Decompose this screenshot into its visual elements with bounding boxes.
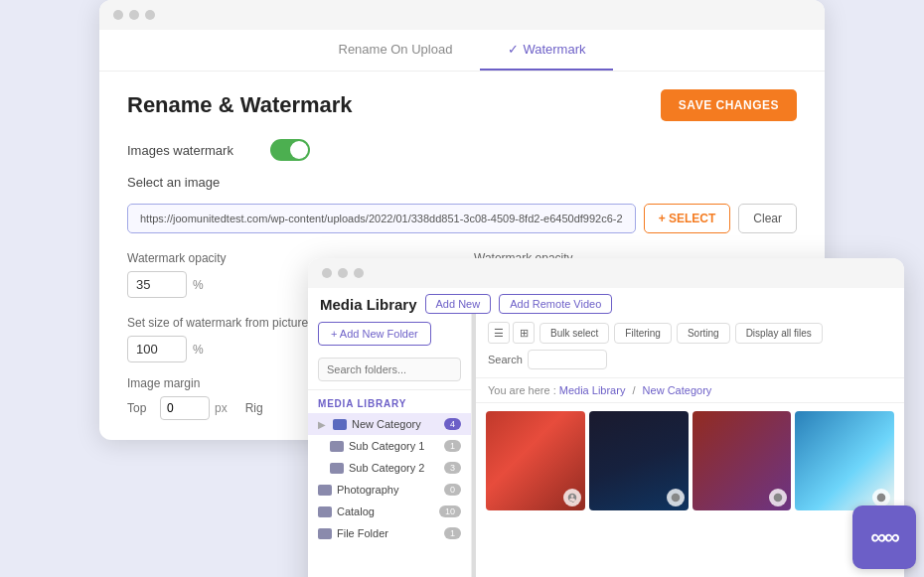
folder-count-new-category: 4 <box>444 418 461 430</box>
breadcrumb-current: New Category <box>643 384 712 396</box>
media-dot-2 <box>338 268 348 278</box>
media-toolbar-left: ☰ ⊞ Bulk select Filtering Sorting Displa… <box>488 322 823 344</box>
media-panel: Media Library Add New Add Remote Video +… <box>308 258 904 577</box>
search-label: Search <box>488 354 523 365</box>
logo-badge: ∞∞ <box>852 505 916 569</box>
folder-item-catalog[interactable]: Catalog 10 <box>308 501 471 522</box>
folder-name-new-category: New Category <box>352 418 439 430</box>
media-dot-3 <box>354 268 364 278</box>
grid-view-button[interactable]: ⊞ <box>513 322 535 344</box>
folder-item-new-category[interactable]: ▶ New Category 4 <box>308 413 471 435</box>
thumb-overlay-4 <box>872 489 890 506</box>
sorting-button[interactable]: Sorting <box>677 323 730 344</box>
media-library-section-label: MEDIA LIBRARY <box>308 390 471 413</box>
folder-name-photography: Photography <box>337 484 439 496</box>
images-watermark-row: Images watermark <box>127 139 797 161</box>
folder-icon-filefolder <box>318 528 332 539</box>
select-button[interactable]: + SELECT <box>644 204 731 233</box>
titlebar-dot-3 <box>145 10 155 20</box>
search-row: Search <box>488 350 607 369</box>
folder-item-sub2[interactable]: Sub Category 2 3 <box>308 457 471 479</box>
media-library-title: Media Library <box>320 296 417 313</box>
url-row: + SELECT Clear <box>127 204 797 233</box>
main-titlebar <box>99 0 825 30</box>
media-search-input[interactable] <box>528 350 607 369</box>
media-titlebar <box>308 258 904 288</box>
tab-watermark[interactable]: ✓Watermark <box>480 30 613 71</box>
folder-search-input[interactable] <box>318 358 461 381</box>
media-grid <box>476 403 904 577</box>
folder-item-filefolder[interactable]: File Folder 1 <box>308 522 471 544</box>
filtering-button[interactable]: Filtering <box>614 323 672 344</box>
opacity-input[interactable] <box>127 271 187 298</box>
margin-right-label: Rig <box>245 401 273 415</box>
folder-count-filefolder: 1 <box>444 527 461 539</box>
media-header: Media Library Add New Add Remote Video <box>308 288 904 314</box>
thumb-overlay-1 <box>563 489 581 506</box>
images-watermark-toggle[interactable] <box>270 139 310 161</box>
breadcrumb-separator: / <box>632 384 635 396</box>
margin-top-item: Top px <box>127 396 228 420</box>
bulk-select-button[interactable]: Bulk select <box>539 323 609 344</box>
check-icon: ✓ <box>508 42 519 57</box>
you-are-here-text: You are here : <box>488 384 556 396</box>
list-view-button[interactable]: ☰ <box>488 322 510 344</box>
folder-icon-sub2 <box>330 463 344 474</box>
folder-name-filefolder: File Folder <box>337 527 439 539</box>
folder-count-catalog: 10 <box>439 505 461 517</box>
folder-count-sub1: 1 <box>444 440 461 452</box>
opacity-unit: % <box>193 278 204 292</box>
thumb-overlay-2 <box>667 489 685 506</box>
folder-icon-new-category <box>333 419 347 430</box>
media-thumb-2[interactable] <box>589 411 689 510</box>
tab-rename[interactable]: Rename On Upload <box>311 30 481 71</box>
clear-button[interactable]: Clear <box>738 204 797 233</box>
breadcrumb: You are here : Media Library / New Categ… <box>476 378 904 403</box>
select-image-label: Select an image <box>127 175 256 190</box>
folder-item-sub1[interactable]: Sub Category 1 1 <box>308 435 471 457</box>
folder-icon-sub1 <box>330 441 344 452</box>
images-watermark-label: Images watermark <box>127 143 256 158</box>
folder-count-sub2: 3 <box>444 462 461 474</box>
margin-top-unit: px <box>215 401 228 415</box>
folder-icon-photography <box>318 485 332 496</box>
margin-top-input[interactable] <box>160 396 210 420</box>
display-all-files-button[interactable]: Display all files <box>735 323 823 344</box>
page-title: Rename & Watermark <box>127 92 353 118</box>
titlebar-dot-2 <box>129 10 139 20</box>
sidebar-search-row <box>308 350 471 390</box>
margin-top-label: Top <box>127 401 155 415</box>
breadcrumb-root[interactable]: Media Library <box>559 384 626 396</box>
margin-right-item: Rig <box>245 401 273 415</box>
thumb-overlay-3 <box>769 489 787 506</box>
folder-icon-catalog <box>318 506 332 517</box>
folder-name-catalog: Catalog <box>337 505 434 517</box>
add-new-button[interactable]: Add New <box>425 294 492 314</box>
save-changes-button[interactable]: SAVE CHANGES <box>661 89 797 121</box>
folder-name-sub2: Sub Category 2 <box>349 462 439 474</box>
view-icons: ☰ ⊞ <box>488 322 535 344</box>
media-sidebar: + Add New Folder MEDIA LIBRARY ▶ New Cat… <box>308 314 472 577</box>
folder-item-photography[interactable]: Photography 0 <box>308 479 471 501</box>
size-input[interactable] <box>127 336 187 362</box>
image-url-input[interactable] <box>127 204 636 233</box>
media-thumb-1[interactable] <box>486 411 585 510</box>
media-toolbar: ☰ ⊞ Bulk select Filtering Sorting Displa… <box>476 314 904 378</box>
media-thumb-3[interactable] <box>693 411 792 510</box>
panel-header: Rename & Watermark SAVE CHANGES <box>127 89 797 121</box>
folder-count-photography: 0 <box>444 484 461 496</box>
add-new-folder-button[interactable]: + Add New Folder <box>318 322 431 346</box>
media-body: + Add New Folder MEDIA LIBRARY ▶ New Cat… <box>308 314 904 577</box>
folder-expand-icon: ▶ <box>318 419 326 430</box>
titlebar-dot-1 <box>113 10 123 20</box>
folder-name-sub1: Sub Category 1 <box>349 440 439 452</box>
media-dot-1 <box>322 268 332 278</box>
add-remote-video-button[interactable]: Add Remote Video <box>499 294 612 314</box>
logo-symbol: ∞∞ <box>870 524 897 550</box>
media-main: ☰ ⊞ Bulk select Filtering Sorting Displa… <box>476 314 904 577</box>
select-image-row: Select an image <box>127 175 797 190</box>
tab-bar: Rename On Upload ✓Watermark <box>99 30 825 72</box>
media-thumb-4[interactable] <box>795 411 894 510</box>
size-unit: % <box>193 343 204 357</box>
